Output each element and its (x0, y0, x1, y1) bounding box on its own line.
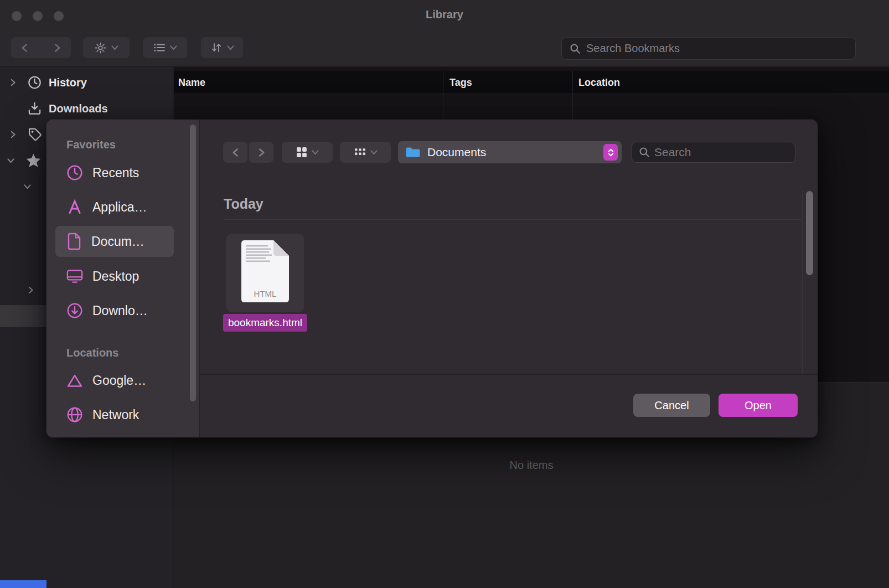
location-label: Documents (427, 146, 486, 159)
group-view-menu-button[interactable] (340, 142, 391, 163)
row-divider (174, 94, 889, 94)
sidebar-item-label: Downloads (49, 102, 108, 115)
gear-icon (95, 42, 106, 54)
open-button[interactable]: Open (719, 394, 798, 417)
column-header-name[interactable]: Name (178, 76, 205, 88)
history-nav-group (11, 37, 71, 58)
section-header-today: Today (224, 196, 263, 212)
dialog-search-field[interactable] (632, 142, 795, 163)
sidebar-item-history[interactable]: History (0, 73, 173, 92)
footer-divider (200, 374, 818, 375)
folder-icon (405, 146, 421, 158)
chevron-left-icon (21, 43, 28, 53)
settings-menu-button[interactable] (83, 37, 130, 58)
group-view-icon (354, 148, 366, 157)
sort-arrows-icon (211, 43, 222, 53)
recents-clock-icon (66, 164, 83, 181)
dialog-forward-button[interactable] (249, 142, 273, 163)
dialog-search-input[interactable] (654, 146, 789, 159)
icon-view-menu-button[interactable] (282, 142, 333, 163)
disclosure-chevron-icon[interactable] (28, 286, 34, 295)
chevron-down-icon (169, 45, 177, 51)
clock-icon (28, 76, 42, 90)
list-view-icon (154, 43, 165, 52)
star-icon (25, 153, 42, 169)
chevron-right-icon (54, 43, 61, 53)
location-stepper[interactable] (603, 144, 618, 161)
dialog-back-button[interactable] (223, 142, 247, 163)
section-divider (224, 219, 801, 220)
chevron-down-icon (226, 45, 234, 51)
scroll-track-divider (802, 191, 803, 374)
sidebar-item-label: History (49, 76, 87, 89)
sort-menu-button[interactable] (201, 37, 243, 58)
html-file-icon: HTML (241, 240, 290, 303)
sidebar-item-google-drive[interactable]: Google… (55, 365, 174, 396)
forward-button[interactable] (44, 37, 71, 58)
sidebar-item-desktop[interactable]: Desktop (55, 261, 174, 292)
bookmarks-search-field[interactable] (561, 37, 856, 60)
view-menu-button[interactable] (143, 37, 187, 58)
file-type-label: HTML (254, 289, 277, 298)
sidebar-item-label: Google… (92, 373, 146, 388)
disclosure-chevron-down-icon[interactable] (7, 158, 15, 164)
table-header: Name Tags Location (174, 71, 889, 94)
disclosure-chevron-icon[interactable] (10, 79, 16, 87)
sidebar-item-downloads[interactable]: Downloads (0, 99, 173, 118)
sidebar-item-documents[interactable]: Docum… (55, 226, 174, 257)
network-globe-icon (66, 406, 83, 423)
chevron-down-icon (312, 149, 319, 156)
sidebar-item-label: Desktop (92, 269, 139, 284)
chevron-down-icon (370, 149, 378, 156)
column-header-location[interactable]: Location (578, 76, 620, 88)
sidebar-scrollbar[interactable] (190, 125, 196, 401)
downloads-circle-icon (66, 302, 83, 319)
dialog-sidebar: Favorites Recents Applica… Docum… Deskto… (46, 120, 200, 437)
sidebar-item-label: Applica… (92, 200, 147, 215)
sidebar-item-applications[interactable]: Applica… (55, 192, 174, 223)
chevron-down-icon (111, 45, 119, 51)
search-icon (639, 147, 650, 158)
bookmarks-search-input[interactable] (586, 42, 849, 55)
column-header-tags[interactable]: Tags (449, 76, 472, 88)
sidebar-item-recents[interactable]: Recents (55, 157, 174, 188)
grid-view-icon (296, 147, 307, 158)
back-button[interactable] (11, 37, 38, 58)
disclosure-chevron-icon[interactable] (10, 131, 16, 139)
documents-page-icon (66, 233, 82, 250)
desktop-monitor-icon (66, 269, 83, 283)
sidebar-item-label: Network (92, 408, 139, 422)
chevron-right-icon (258, 148, 265, 157)
favorites-section-label: Favorites (66, 138, 116, 151)
sidebar-item-label: Docum… (91, 234, 144, 249)
sidebar-item-network[interactable]: Network (55, 399, 174, 430)
chevrons-up-down-icon (607, 148, 614, 157)
sidebar-item-downloads[interactable]: Downlo… (55, 295, 174, 326)
google-drive-icon (66, 373, 83, 388)
locations-section-label: Locations (66, 347, 118, 359)
file-item[interactable]: HTML (226, 234, 304, 312)
open-file-dialog: Favorites Recents Applica… Docum… Deskto… (46, 120, 818, 437)
tag-icon (28, 127, 43, 142)
applications-icon (66, 199, 83, 215)
download-icon (28, 102, 42, 116)
sidebar-item-label: Downlo… (92, 303, 148, 318)
content-scrollbar[interactable] (806, 191, 813, 275)
location-dropdown[interactable]: Documents (398, 141, 622, 163)
disclosure-chevron-down-icon[interactable] (23, 184, 32, 190)
search-icon (570, 43, 581, 54)
sidebar-item-label: Recents (92, 166, 139, 180)
empty-state-text: No items (174, 459, 889, 472)
chevron-left-icon (232, 148, 239, 157)
cancel-button[interactable]: Cancel (633, 394, 710, 417)
window-title: Library (0, 8, 889, 21)
screen: Library History Download (0, 0, 889, 588)
library-titlebar: Library (0, 0, 889, 67)
dialog-main: Documents Today (200, 120, 818, 437)
sidebar-edit-field[interactable] (0, 580, 46, 588)
selected-file-name[interactable]: bookmarks.html (223, 314, 307, 332)
